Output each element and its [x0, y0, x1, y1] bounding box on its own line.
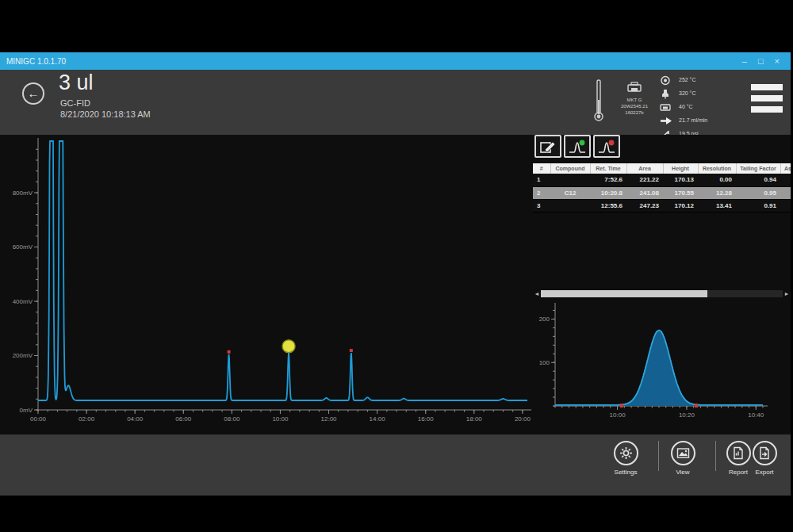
peak-bound-marker[interactable]: [695, 404, 698, 408]
table-cell: 170.13: [663, 174, 698, 186]
results-table[interactable]: #CompoundRet. TimeAreaHeightResolutionTa…: [533, 163, 791, 212]
main-chromatogram-svg[interactable]: 0mV200mV400mV600mV800mV00:0002:0004:0006…: [0, 135, 531, 434]
table-cell: 1: [533, 174, 550, 186]
oven-temp-icon: [660, 101, 674, 112]
column-header[interactable]: Area: [626, 163, 663, 174]
x-tick-label: 16:00: [418, 415, 435, 423]
table-cell: 3: [533, 199, 550, 212]
results-table-body: 17:52.6221.22170.130.000.940.842C1210:20…: [533, 174, 791, 212]
column-header[interactable]: Ret. Time: [590, 163, 626, 174]
scroll-left-icon[interactable]: ◄: [533, 291, 541, 297]
injector-temp-icon: [660, 88, 674, 98]
edit-peaks-button[interactable]: [534, 135, 561, 158]
chromatogram-trace: [38, 141, 527, 400]
run-timestamp: 8/21/2020 10:18:13 AM: [60, 109, 151, 119]
export-label: Export: [740, 469, 789, 476]
sample-title: 3 ul: [59, 71, 94, 95]
table-row[interactable]: 312:55.6247.23170.1213.410.910.79: [533, 199, 791, 212]
status-reading-value: 40 °C: [674, 104, 693, 109]
status-reading: 40 °C: [660, 100, 707, 113]
x-tick-label: 06:00: [175, 415, 192, 423]
title-bar: MINIGC 1.0.1.70 – □ ×: [0, 52, 791, 70]
menu-button[interactable]: [751, 84, 783, 117]
back-button[interactable]: ←: [22, 82, 44, 105]
peak-marker-red[interactable]: [228, 350, 231, 354]
status-readings: 252 °C320 °C40 °C21.7 ml/min19.5 psi: [660, 73, 707, 140]
edit-icon: [539, 139, 557, 155]
table-cell: 10:20.8: [590, 186, 626, 199]
y-tick-label: 0mV: [20, 407, 33, 414]
table-cell: 221.22: [626, 174, 663, 186]
y-tick-label: 600mV: [13, 243, 33, 251]
remove-peak-button[interactable]: [593, 135, 620, 158]
instrument-icon: [626, 81, 642, 94]
view-button[interactable]: View: [658, 441, 707, 476]
settings-button[interactable]: Settings: [601, 441, 650, 476]
table-cell: [550, 199, 590, 212]
table-cell: 0.94: [736, 174, 780, 186]
header: ← 3 ul GC-FID 8/21/2020 10:18:13 AM MKT …: [0, 70, 791, 135]
x-tick-label: 02:00: [79, 415, 95, 423]
device-info: MKT G 20W2545.21 160227b: [612, 81, 657, 116]
y-tick-label: 400mV: [13, 298, 33, 305]
table-cell: 241.08: [626, 186, 663, 199]
x-tick-label: 08:00: [224, 415, 240, 423]
x-tick-label: 00:00: [30, 415, 47, 423]
table-cell: 0.84: [780, 174, 791, 186]
scrollbar-track[interactable]: [541, 290, 783, 297]
x-tick-label: 10:20: [679, 411, 695, 419]
peak-toolbar: [534, 135, 620, 158]
x-tick-label: 20:00: [515, 415, 531, 423]
remove-peak-icon: [597, 139, 616, 155]
table-cell: 13.41: [698, 199, 736, 212]
maximize-button[interactable]: □: [758, 56, 764, 66]
table-cell: 0.91: [736, 199, 780, 212]
column-header[interactable]: Compound: [550, 163, 590, 174]
y-tick-label: 200mV: [13, 352, 33, 359]
export-button[interactable]: Export: [740, 441, 789, 476]
table-cell: 247.23: [626, 199, 663, 212]
x-tick-label: 10:00: [610, 411, 626, 419]
zoom-peak-svg[interactable]: 10020010:0010:2010:40: [533, 300, 793, 428]
selected-peak-marker[interactable]: [282, 340, 295, 353]
peak-bound-marker[interactable]: [620, 404, 623, 408]
table-cell: 0.79: [780, 199, 791, 212]
table-cell: 2: [533, 186, 550, 199]
close-button[interactable]: ×: [775, 56, 780, 66]
x-tick-label: 18:00: [466, 415, 483, 423]
scroll-right-icon[interactable]: ►: [783, 291, 791, 297]
minimize-button[interactable]: –: [742, 56, 747, 66]
peak-marker-red[interactable]: [350, 349, 353, 352]
status-reading-value: 252 °C: [674, 77, 695, 82]
scrollbar-thumb[interactable]: [541, 290, 707, 297]
export-document-icon: [758, 446, 771, 460]
zoom-scrollbar[interactable]: ◄ ►: [533, 289, 791, 298]
bottom-toolbar: Settings View Report: [0, 434, 791, 496]
column-header[interactable]: #: [533, 163, 550, 174]
x-tick-label: 10:00: [272, 415, 289, 423]
column-header[interactable]: Asymmetry: [780, 163, 791, 174]
flow-icon: [660, 115, 674, 125]
table-cell: C12: [550, 186, 590, 199]
table-cell: 12:55.6: [590, 199, 626, 212]
status-reading: 320 °C: [660, 86, 707, 100]
view-label: View: [658, 469, 707, 476]
gear-icon: [619, 446, 633, 460]
column-header[interactable]: Tailing Factor: [736, 163, 780, 174]
status-reading: 21.7 ml/min: [660, 113, 707, 127]
device-line-1: MKT G: [612, 97, 657, 103]
add-peak-button[interactable]: [564, 135, 591, 158]
x-tick-label: 10:40: [748, 411, 764, 419]
peak-area-fill: [555, 331, 763, 406]
settings-label: Settings: [601, 469, 650, 476]
y-tick-label: 200: [539, 316, 550, 323]
column-header[interactable]: Resolution: [698, 163, 736, 174]
results-table-header: #CompoundRet. TimeAreaHeightResolutionTa…: [533, 163, 791, 174]
table-row[interactable]: 2C1210:20.8241.08170.5512.280.950.82: [533, 186, 791, 199]
header-row: #CompoundRet. TimeAreaHeightResolutionTa…: [533, 163, 791, 174]
column-header[interactable]: Height: [663, 163, 698, 174]
app-window: MINIGC 1.0.1.70 – □ × ← 3 ul GC-FID 8/21…: [0, 52, 791, 496]
x-tick-label: 14:00: [370, 415, 386, 423]
x-tick-label: 04:00: [127, 415, 144, 423]
table-row[interactable]: 17:52.6221.22170.130.000.940.84: [533, 174, 791, 186]
